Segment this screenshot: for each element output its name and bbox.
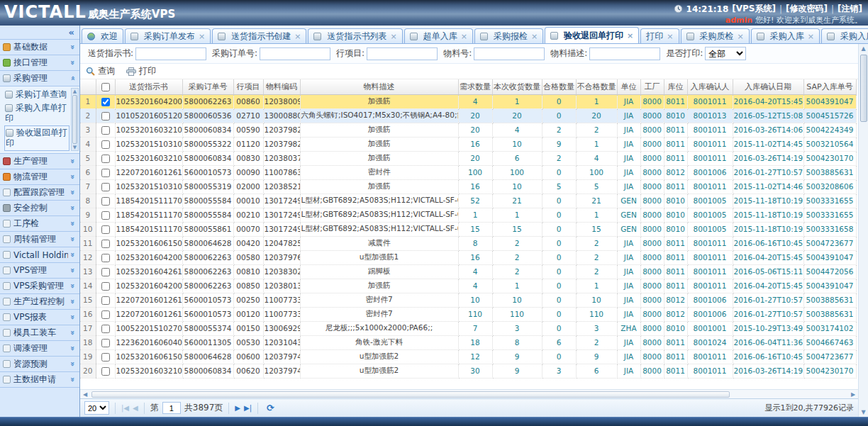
page-size-select[interactable]: 20 [84,401,109,415]
search-input-采购订单号[interactable] [260,47,330,60]
submenu-scrollbar[interactable]: ▲▼ [71,88,79,151]
chevron-down-icon[interactable]: » [68,189,77,197]
chevron-down-icon[interactable]: » [68,43,77,52]
row-checkbox[interactable] [101,268,110,276]
print-filter-select[interactable]: 全部 [705,47,746,60]
close-icon[interactable]: × [390,32,396,41]
chevron-down-icon[interactable]: » [68,360,77,369]
table-row[interactable]: 811854201511170158000555840001013017249L… [80,194,856,208]
row-checkbox[interactable] [101,254,110,262]
sidebar-item-VPS管理[interactable]: VPS管理» [0,263,79,279]
sidebar-item-Victall Holding[interactable]: Victall Holding» [0,247,79,263]
submenu-item-采购入库单打印[interactable]: 采购入库单打印 [4,101,69,125]
table-row[interactable]: 1512207201601261956000105730025011007733… [80,293,856,307]
logout-link[interactable]: [注销] [838,3,862,15]
column-header-sap-doc[interactable]: SAP入库单号 [803,79,856,94]
chevron-down-icon[interactable]: » [68,251,77,259]
row-checkbox[interactable] [101,126,110,135]
column-header-plant[interactable]: 工厂 [640,79,664,94]
tab-欢迎[interactable]: 欢迎 [82,28,123,43]
row-checkbox[interactable] [101,112,110,120]
table-row[interactable]: 612207201601261956000105730009011007863密… [80,165,856,179]
column-header-received-qty[interactable]: 本次收货数量 [492,79,542,94]
search-input-送货指示书[interactable] [135,47,206,60]
chevron-down-icon[interactable]: » [68,344,77,353]
tab-超单入库[interactable]: 超单入库× [404,28,473,43]
first-page-button[interactable]: |◀ [121,404,129,412]
sidebar-item-工序检[interactable]: 工序检» [0,216,79,232]
sidebar-item-基础数据[interactable]: 基础数据» [0,40,79,55]
row-checkbox[interactable] [101,310,110,319]
table-row[interactable]: 1910253201606150658000646280060012037974… [80,349,856,364]
table-row[interactable]: 210105201605120558000605360271013000880六… [80,108,856,123]
table-row[interactable]: 1410253201604200758000622630085012038013… [80,279,856,293]
sidebar-item-生产过程控制[interactable]: 生产过程控制» [0,294,79,310]
close-icon[interactable]: × [461,32,467,41]
sidebar-item-物流管理[interactable]: 物流管理» [0,169,79,185]
tab-采购订单发布[interactable]: 采购订单发布× [125,28,211,43]
row-checkbox[interactable] [101,211,110,220]
submenu-item-采购订单查询[interactable]: 采购订单查询 [4,88,69,101]
table-row[interactable]: 1011854201511170158000558610007013017249… [80,222,856,236]
row-checkbox[interactable] [101,339,110,347]
column-header-delivery-note[interactable]: 送货指示书 [115,79,182,94]
scroll-down-icon[interactable]: ▼ [861,408,865,417]
table-row[interactable]: 911854201511170158000555840021013017249L… [80,208,856,222]
table-row[interactable]: 510253201603210858000608340083012038037加… [80,151,856,165]
chevron-down-icon[interactable]: » [68,173,77,181]
row-checkbox[interactable] [101,325,110,333]
chevron-up-icon[interactable]: » [68,74,77,83]
sidebar-item-调漆管理[interactable]: 调漆管理» [0,341,79,357]
table-row[interactable]: 1612207201601261956000105730012011007733… [80,307,856,321]
sidebar-item-配置跟踪管理[interactable]: 配置跟踪管理» [0,185,79,201]
column-header-storage-loc[interactable]: 库位 [664,79,687,94]
sidebar-item-生产管理[interactable]: 生产管理» [0,154,79,169]
column-header-purchase-order[interactable]: 采购订单号 [182,79,233,94]
column-header-unqualified-qty[interactable]: 不合格数量 [576,79,617,94]
sidebar-item-VPS报表[interactable]: VPS报表» [0,310,79,325]
vertical-scrollbar[interactable]: ▲ ▼ [858,44,868,417]
vertical-scrollbar-thumb[interactable] [860,55,867,122]
column-header-line-item[interactable]: 行项目 [233,79,263,94]
row-checkbox[interactable] [101,240,110,248]
submenu-scrollbar-thumb[interactable] [72,95,77,144]
row-checkbox[interactable] [101,353,110,361]
chevron-down-icon[interactable]: » [68,267,77,275]
close-icon[interactable]: × [738,32,744,41]
page-number-input[interactable] [162,402,181,414]
close-icon[interactable]: × [531,32,538,41]
row-checkbox[interactable] [101,225,110,234]
refresh-icon[interactable]: ⟳ [267,403,274,413]
sidebar-item-模具工装车[interactable]: 模具工装车» [0,325,79,341]
table-row[interactable]: 1812236201606040756000113050053012031043… [80,335,856,349]
select-all-checkbox[interactable] [101,83,110,91]
table-row[interactable]: 1110253201606150658000646280042012047825… [80,236,856,250]
sidebar-item-主数据申请[interactable]: 主数据申请» [0,372,79,388]
close-icon[interactable]: × [667,32,673,41]
chevron-down-icon[interactable]: » [68,282,77,291]
sidebar-item-采购管理[interactable]: 采购管理» [0,71,79,86]
chevron-down-icon[interactable]: » [68,157,77,166]
print-button[interactable]: 打印 [126,65,156,77]
horizontal-scrollbar[interactable]: ◀ ▶ [80,389,858,398]
column-header-material-code[interactable]: 物料编码 [263,79,300,94]
vps-system-link[interactable]: [VPS系统] [732,3,776,15]
chevron-down-icon[interactable]: » [68,204,77,213]
tab-采购质检[interactable]: 采购质检× [681,28,750,43]
chevron-down-icon[interactable]: » [68,376,77,384]
sidebar-item-周转箱管理[interactable]: 周转箱管理» [0,232,79,247]
table-row[interactable]: 1310253201604261658000622630081012038302… [80,264,856,279]
tab-送货指示书列表[interactable]: 送货指示书列表× [308,28,402,43]
close-icon[interactable]: × [294,32,301,41]
column-header-confirmer[interactable]: 入库确认人 [687,79,733,94]
sidebar-item-接口管理[interactable]: 接口管理» [0,55,79,71]
horizontal-scrollbar-thumb[interactable] [91,391,730,398]
row-checkbox[interactable] [101,155,110,163]
tab-采购入库[interactable]: 采购入库× [751,28,820,43]
row-checkbox[interactable] [101,296,110,305]
chevron-down-icon[interactable]: » [68,59,77,67]
row-checkbox[interactable] [101,282,110,291]
tab-采购入库单打印[interactable]: 采购入库单打印× [821,28,868,43]
chevron-down-icon[interactable]: » [68,298,77,306]
sidebar-collapse-button[interactable]: « [0,26,79,40]
